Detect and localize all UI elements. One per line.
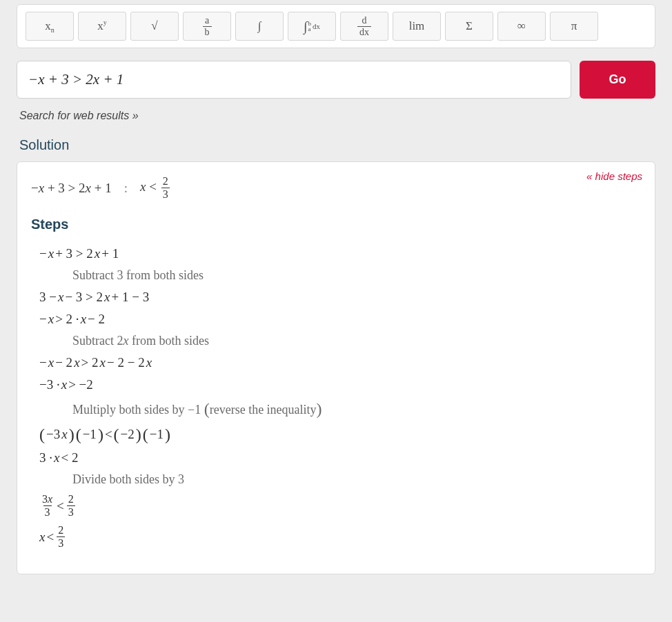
toolkey-pi[interactable]: π xyxy=(550,12,598,41)
hide-steps-link[interactable]: « hide steps xyxy=(586,170,642,182)
toolkey-derivative[interactable]: ddx xyxy=(340,12,388,41)
step-expr: −3 · x > −2 xyxy=(39,377,641,392)
toolkey-sqrt[interactable]: √ xyxy=(130,12,179,41)
toolkey-superscript[interactable]: xy xyxy=(78,12,126,41)
symbol-toolbar: xnxy√ab∫∫badxddxlimΣ∞π xyxy=(17,4,655,48)
step-answer: x < 23 xyxy=(39,525,641,549)
expression-input[interactable] xyxy=(17,61,571,99)
step-expr: −x + 3 > 2x + 1 xyxy=(39,246,641,261)
step-expr: −x > 2 · x − 2 xyxy=(39,312,641,327)
solution-summary: −x + 3 > 2x + 1 : x < 23 xyxy=(31,176,641,200)
toolkey-def-integral[interactable]: ∫badx xyxy=(288,12,336,41)
step-frac: 3x3 < 23 xyxy=(39,494,641,518)
step-expr: 3 · x < 2 xyxy=(39,450,641,465)
toolkey-subscript[interactable]: xn xyxy=(26,12,74,41)
step-expr: −x − 2x > 2x − 2 − 2x xyxy=(39,355,641,370)
toolkey-infinity[interactable]: ∞ xyxy=(497,12,546,41)
summary-separator: : xyxy=(124,181,128,196)
toolkey-limit[interactable]: lim xyxy=(393,12,441,41)
step-expr: (−3x)(−1) < (−2)(−1) xyxy=(39,425,641,443)
search-row: Go xyxy=(17,61,655,99)
solution-panel: « hide steps −x + 3 > 2x + 1 : x < 23 St… xyxy=(17,161,655,574)
search-web-link[interactable]: Search for web results » xyxy=(19,110,139,122)
toolkey-integral[interactable]: ∫ xyxy=(235,12,284,41)
steps-container: −x + 3 > 2x + 1Subtract 3 from both side… xyxy=(31,246,641,549)
steps-heading: Steps xyxy=(31,217,641,232)
step-explain: Subtract 2x from both sides xyxy=(72,334,641,348)
step-explain: Multiply both sides by −1 (reverse the i… xyxy=(72,399,641,418)
toolkey-sum[interactable]: Σ xyxy=(445,12,493,41)
summary-answer: x < 23 xyxy=(140,176,171,200)
step-explain: Divide both sides by 3 xyxy=(72,472,641,487)
go-button[interactable]: Go xyxy=(580,61,655,99)
step-expr: 3 − x − 3 > 2x + 1 − 3 xyxy=(39,290,641,305)
solution-heading: Solution xyxy=(19,137,655,153)
step-explain: Subtract 3 from both sides xyxy=(72,268,641,283)
toolkey-fraction[interactable]: ab xyxy=(183,12,231,41)
summary-problem: −x + 3 > 2x + 1 xyxy=(31,181,112,196)
